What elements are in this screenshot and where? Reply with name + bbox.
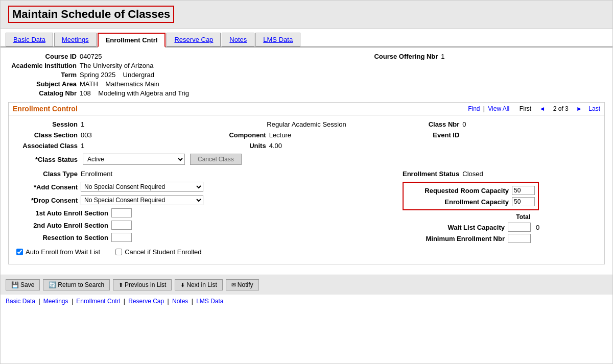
section-nav: Find | View All First ◄ 2 of 3 ► Last bbox=[468, 105, 600, 112]
previous-icon: ⬆ bbox=[119, 282, 123, 288]
catalog-nbr-value: 108 Modeling with Algebra and Trig bbox=[80, 89, 349, 97]
wait-list-cap-label: Wait List Capacity bbox=[403, 224, 505, 231]
drop-consent-select[interactable]: No Special Consent Required Instructor C… bbox=[81, 195, 203, 205]
add-consent-select[interactable]: No Special Consent Required Instructor C… bbox=[81, 182, 203, 192]
wait-list-total: 0 bbox=[536, 224, 539, 231]
requested-room-cap-input[interactable] bbox=[512, 186, 535, 195]
class-section-label: Class Section bbox=[16, 131, 78, 139]
course-id-label: Course ID bbox=[8, 53, 80, 60]
record-count: 2 of 3 bbox=[553, 105, 569, 112]
class-type-label: Class Type bbox=[16, 170, 78, 178]
class-nbr-label: Class Nbr bbox=[403, 120, 459, 128]
total-label: Total bbox=[408, 213, 530, 221]
auto-enroll-label: Auto Enroll from Wait List bbox=[26, 248, 100, 256]
class-type-value: Enrollment bbox=[81, 170, 112, 178]
subject-area-label: Subject Area bbox=[8, 80, 80, 88]
auto-enroll-checkbox[interactable] bbox=[16, 249, 23, 255]
tab-meetings[interactable]: Meetings bbox=[54, 33, 97, 46]
event-id-label: Event ID bbox=[403, 131, 459, 139]
bottom-link-basic-data[interactable]: Basic Data bbox=[6, 298, 35, 305]
academic-institution-label: Academic Institution bbox=[8, 62, 80, 69]
term-label: Term bbox=[8, 71, 80, 79]
term-value: Spring 2025 Undergrad bbox=[80, 71, 349, 79]
enrollment-cap-label: Enrollment Capacity bbox=[407, 198, 509, 206]
resection-label: Resection to Section bbox=[16, 234, 108, 241]
drop-consent-label: *Drop Consent bbox=[16, 197, 78, 204]
session-value: 1 bbox=[81, 120, 84, 128]
bottom-link-lms-data[interactable]: LMS Data bbox=[196, 298, 223, 305]
save-icon: 💾 bbox=[11, 281, 19, 288]
first-auto-enroll-input[interactable] bbox=[111, 208, 132, 217]
view-all-link[interactable]: View All bbox=[488, 105, 509, 112]
course-offering-nbr-label: Course Offering Nbr bbox=[349, 53, 441, 60]
wait-list-cap-input[interactable] bbox=[508, 223, 531, 232]
return-to-search-button[interactable]: 🔄 Return to Search bbox=[43, 279, 110, 290]
return-icon: 🔄 bbox=[49, 281, 56, 288]
tab-reserve-cap[interactable]: Reserve Cap bbox=[167, 33, 221, 46]
cancel-if-enrolled-label: Cancel if Student Enrolled bbox=[125, 248, 201, 256]
next-icon: ⬇ bbox=[180, 282, 185, 288]
tab-enrollment-cntrl[interactable]: Enrollment Cntrl bbox=[98, 33, 166, 47]
enrollment-control-section: Enrollment Control Find | View All First… bbox=[8, 102, 605, 264]
second-auto-enroll-input[interactable] bbox=[111, 221, 132, 230]
enrollment-status-label: Enrollment Status bbox=[403, 170, 459, 178]
tab-basic-data[interactable]: Basic Data bbox=[6, 33, 53, 46]
bottom-links: Basic Data | Meetings | Enrollment Cntrl… bbox=[1, 295, 612, 308]
class-nbr-value: 0 bbox=[462, 120, 466, 128]
bottom-link-notes[interactable]: Notes bbox=[172, 298, 188, 305]
notify-button[interactable]: ✉ Notify bbox=[226, 279, 259, 290]
course-offering-nbr-value: 1 bbox=[441, 53, 605, 60]
units-label: Units bbox=[210, 142, 266, 150]
last-link[interactable]: Last bbox=[588, 105, 600, 112]
bottom-link-enrollment-cntrl[interactable]: Enrollment Cntrl bbox=[76, 298, 120, 305]
button-bar: 💾 Save 🔄 Return to Search ⬆ Previous in … bbox=[1, 275, 612, 295]
enrollment-cap-input[interactable] bbox=[512, 197, 535, 206]
find-link[interactable]: Find bbox=[468, 105, 480, 112]
bottom-link-meetings[interactable]: Meetings bbox=[43, 298, 68, 305]
tab-notes[interactable]: Notes bbox=[222, 33, 254, 46]
component-value: Lecture bbox=[269, 131, 291, 139]
section-title: Enrollment Control bbox=[13, 105, 78, 113]
next-nav[interactable]: ► bbox=[576, 105, 582, 112]
bottom-link-reserve-cap[interactable]: Reserve Cap bbox=[128, 298, 164, 305]
subject-area-value: MATH Mathematics Main bbox=[80, 80, 349, 88]
enrollment-status-value: Closed bbox=[462, 170, 483, 178]
notify-icon: ✉ bbox=[231, 282, 236, 288]
assoc-class-label: Associated Class bbox=[16, 142, 78, 150]
prev-nav[interactable]: ◄ bbox=[539, 105, 545, 112]
class-status-label: *Class Status bbox=[16, 156, 78, 163]
min-enroll-nbr-label: Minimum Enrollment Nbr bbox=[403, 235, 505, 242]
previous-in-list-button[interactable]: ⬆ Previous in List bbox=[113, 279, 172, 290]
second-auto-enroll-label: 2nd Auto Enroll Section bbox=[16, 222, 108, 229]
class-section-value: 003 bbox=[81, 131, 92, 139]
first-auto-enroll-label: 1st Auto Enroll Section bbox=[16, 209, 108, 217]
cancel-class-button[interactable]: Cancel Class bbox=[190, 154, 242, 165]
next-in-list-button[interactable]: ⬇ Next in List bbox=[175, 279, 222, 290]
component-label: Component bbox=[210, 131, 266, 139]
cancel-if-enrolled-checkbox[interactable] bbox=[115, 249, 122, 255]
tab-lms-data[interactable]: LMS Data bbox=[255, 33, 300, 46]
requested-room-cap-label: Requested Room Capacity bbox=[407, 187, 509, 195]
add-consent-label: *Add Consent bbox=[16, 183, 78, 191]
tabs-bar: Basic Data Meetings Enrollment Cntrl Res… bbox=[1, 29, 612, 47]
session-label: Session bbox=[16, 120, 78, 128]
min-enroll-nbr-input[interactable] bbox=[508, 234, 531, 243]
assoc-class-value: 1 bbox=[81, 142, 84, 150]
course-id-value: 040725 bbox=[80, 53, 349, 60]
page-title: Maintain Schedule of Classes bbox=[8, 6, 174, 23]
session-desc: Regular Academic Session bbox=[267, 120, 346, 128]
units-value: 4.00 bbox=[269, 142, 282, 150]
academic-institution-value: The University of Arizona bbox=[80, 62, 605, 69]
save-button[interactable]: 💾 Save bbox=[6, 279, 40, 290]
catalog-nbr-label: Catalog Nbr bbox=[8, 89, 80, 97]
resection-input[interactable] bbox=[111, 233, 132, 242]
class-status-select[interactable]: Active Inactive Cancelled bbox=[83, 154, 185, 165]
